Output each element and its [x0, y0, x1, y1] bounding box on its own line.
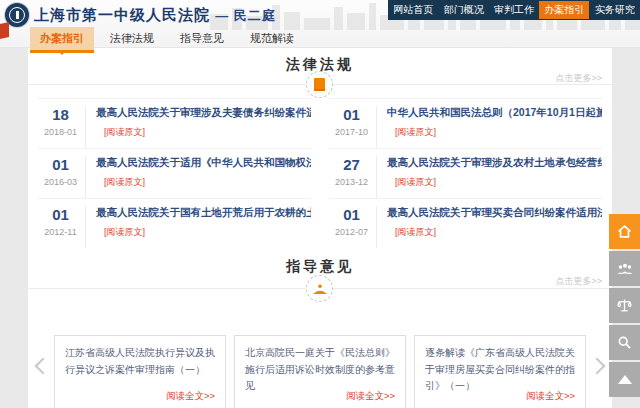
guidance-read-full-link[interactable]: 阅读全文>> [346, 390, 395, 403]
topnav-item-trial-work[interactable]: 审判工作 [489, 1, 539, 19]
home-icon [616, 223, 633, 240]
guidance-section-badge [306, 275, 333, 302]
law-year-month: 2018-01 [38, 127, 83, 137]
law-title-link[interactable]: 最高人民法院关于国有土地开荒后用于农耕的土地使用... [96, 206, 311, 220]
tab-bar: 办案指引 法律法规 指导意见 规范解读 [30, 27, 310, 50]
tab-interpretation[interactable]: 规范解读 [240, 27, 304, 50]
law-day: 01 [329, 106, 374, 124]
law-title-link[interactable]: 最高人民法院关于审理买卖合同纠纷案件适用法律问题... [387, 206, 602, 220]
people-icon [312, 284, 328, 294]
law-year-month: 2013-12 [329, 177, 374, 187]
guidance-card: 逐条解读《广东省高级人民法院关于审理房屋买卖合同纠纷案件的指引》（一） 阅读全文… [414, 335, 586, 408]
tab-laws[interactable]: 法律法规 [100, 27, 164, 50]
law-date-block: 01 2012-07 [329, 206, 377, 248]
law-year-month: 2017-10 [329, 127, 374, 137]
law-read-original-link[interactable]: [阅读原文] [395, 126, 436, 139]
main-content: 法律法规 点击更多>> 18 2018-01 最高人民法院关于审理涉及夫妻债务纠… [28, 48, 612, 408]
law-title-link[interactable]: 中华人民共和国民法总则（2017年10月1日起施行） [387, 106, 602, 120]
law-title-link[interactable]: 最高人民法院关于审理涉及夫妻债务纠纷案件适用法律... [96, 106, 311, 120]
people-button[interactable] [609, 251, 640, 286]
top-nav: 网站首页 部门概况 审判工作 办案指引 实务研究 [388, 0, 640, 20]
law-title-link[interactable]: 最高人民法院关于审理涉及农村土地承包经营纠纷调解... [387, 156, 602, 170]
law-day: 18 [38, 106, 83, 124]
tab-case-guide[interactable]: 办案指引 [30, 27, 94, 50]
home-button[interactable] [609, 214, 640, 249]
topnav-item-overview[interactable]: 部门概况 [439, 1, 489, 19]
law-year-month: 2012-07 [329, 227, 374, 237]
document-icon [314, 78, 325, 91]
law-day: 01 [38, 206, 83, 224]
floating-tool-sidebar [609, 214, 640, 399]
guidance-card-carousel: 江苏省高级人民法院执行异议及执行异议之诉案件审理指南（一） 阅读全文>> 北京高… [54, 335, 586, 408]
law-day: 01 [329, 206, 374, 224]
law-date-block: 01 2016-03 [38, 156, 86, 198]
law-title-link[interactable]: 最高人民法院关于适用《中华人民共和国物权法》若干... [96, 156, 311, 170]
scales-icon [616, 297, 633, 314]
law-day: 27 [329, 156, 374, 174]
law-read-original-link[interactable]: [阅读原文] [104, 126, 145, 139]
law-list-item: 01 2012-07 最高人民法院关于审理买卖合同纠纷案件适用法律问题... [… [329, 198, 602, 248]
guidance-read-full-link[interactable]: 阅读全文>> [526, 390, 575, 403]
site-title: 上海市第一中级人民法院 — 民二庭 [34, 6, 276, 25]
law-list-item: 01 2016-03 最高人民法院关于适用《中华人民共和国物权法》若干... [… [38, 148, 311, 198]
back-to-top-button[interactable] [609, 362, 640, 397]
law-date-block: 18 2018-01 [38, 106, 86, 148]
guidance-card-title-link[interactable]: 江苏省高级人民法院执行异议及执行异议之诉案件审理指南（一） [65, 345, 215, 378]
arrow-up-icon [616, 373, 634, 386]
topnav-item-home[interactable]: 网站首页 [388, 1, 438, 19]
search-button[interactable] [609, 325, 640, 360]
carousel-prev-button[interactable] [35, 358, 52, 375]
topnav-item-case-guide[interactable]: 办案指引 [539, 1, 589, 19]
header: 上海市第一中级人民法院 — 民二庭 网站首页 部门概况 审判工作 办案指引 实务… [0, 0, 640, 48]
law-list-item: 01 2012-11 最高人民法院关于国有土地开荒后用于农耕的土地使用... [… [38, 198, 311, 248]
justice-scales-button[interactable] [609, 288, 640, 323]
topnav-item-research[interactable]: 实务研究 [590, 1, 640, 19]
search-icon [616, 334, 633, 351]
guidance-card: 江苏省高级人民法院执行异议及执行异议之诉案件审理指南（一） 阅读全文>> [54, 335, 226, 408]
guidance-card: 北京高院民一庭关于《民法总则》施行后适用诉讼时效制度的参考意见 阅读全文>> [234, 335, 406, 408]
laws-section-badge [306, 71, 333, 98]
law-year-month: 2016-03 [38, 177, 83, 187]
law-date-block: 27 2013-12 [329, 156, 377, 198]
corner-ribbon-decoration [0, 22, 9, 39]
laws-list: 18 2018-01 最高人民法院关于审理涉及夫妻债务纠纷案件适用法律... [… [38, 98, 602, 248]
law-day: 01 [38, 156, 83, 174]
guidance-read-full-link[interactable]: 阅读全文>> [166, 390, 215, 403]
law-list-item: 18 2018-01 最高人民法院关于审理涉及夫妻债务纠纷案件适用法律... [… [38, 98, 311, 148]
guidance-section-title: 指导意见 [28, 258, 612, 276]
tab-guidance[interactable]: 指导意见 [170, 27, 234, 50]
guidance-more-link[interactable]: 点击更多>> [555, 275, 602, 288]
people-icon [616, 262, 634, 276]
law-read-original-link[interactable]: [阅读原文] [395, 226, 436, 239]
guidance-card-title-link[interactable]: 北京高院民一庭关于《民法总则》施行后适用诉讼时效制度的参考意见 [245, 345, 395, 395]
law-read-original-link[interactable]: [阅读原文] [395, 176, 436, 189]
law-read-original-link[interactable]: [阅读原文] [104, 226, 145, 239]
page: 上海市第一中级人民法院 — 民二庭 网站首页 部门概况 审判工作 办案指引 实务… [0, 0, 640, 408]
carousel-next-button[interactable] [589, 358, 606, 375]
law-date-block: 01 2017-10 [329, 106, 377, 148]
site-dept-text: — 民二庭 [215, 8, 276, 23]
guidance-card-title-link[interactable]: 逐条解读《广东省高级人民法院关于审理房屋买卖合同纠纷案件的指引》（一） [425, 345, 575, 395]
law-date-block: 01 2012-11 [38, 206, 86, 248]
site-title-text: 上海市第一中级人民法院 [34, 6, 210, 23]
law-list-item: 27 2013-12 最高人民法院关于审理涉及农村土地承包经营纠纷调解... [… [329, 148, 602, 198]
law-year-month: 2012-11 [38, 227, 83, 237]
law-list-item: 01 2017-10 中华人民共和国民法总则（2017年10月1日起施行） [阅… [329, 98, 602, 148]
law-read-original-link[interactable]: [阅读原文] [104, 176, 145, 189]
